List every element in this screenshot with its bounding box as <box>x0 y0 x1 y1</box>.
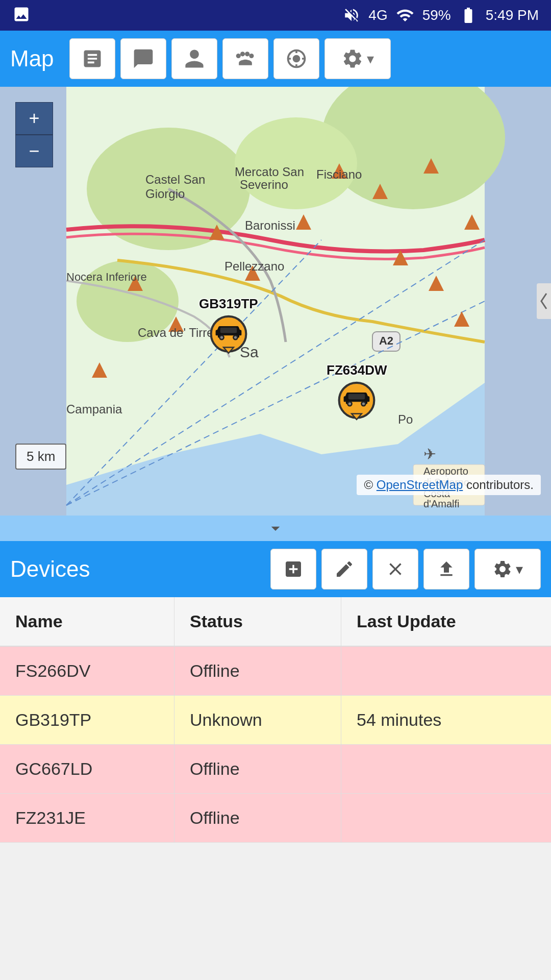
svg-point-4 <box>235 117 357 209</box>
table-row[interactable]: FS266DV Offline <box>0 646 551 696</box>
network-type: 4G <box>368 7 387 23</box>
upload-icon <box>436 559 457 579</box>
vehicle-marker-gb319tp <box>206 314 252 360</box>
cell-name: FZ231JE <box>0 794 174 843</box>
sidebar-collapse-button[interactable] <box>537 283 551 319</box>
svg-text:d'Amalfi: d'Amalfi <box>423 498 460 509</box>
target-button[interactable] <box>273 38 319 79</box>
devices-chevron-icon: ▾ <box>516 561 523 578</box>
collapse-handle[interactable] <box>0 516 551 541</box>
edit-device-button[interactable] <box>321 549 367 590</box>
marker-GB319TP[interactable]: GB319TP <box>199 296 258 360</box>
cell-last-update <box>341 646 552 696</box>
marker-label-gb319tp: GB319TP <box>199 296 258 312</box>
devices-table: Name Status Last Update FS266DV Offline … <box>0 597 551 843</box>
settings-icon <box>341 47 364 70</box>
delete-device-button[interactable] <box>372 549 418 590</box>
chevron-down-icon <box>265 518 286 538</box>
header-title: Map <box>10 46 54 71</box>
zoom-in-button[interactable]: + <box>15 102 53 135</box>
chat-button[interactable] <box>120 38 166 79</box>
notes-icon <box>81 47 104 70</box>
target-icon <box>285 47 308 70</box>
col-last-update: Last Update <box>341 597 552 646</box>
svg-point-52 <box>348 402 351 405</box>
svg-text:Nocera Inferiore: Nocera Inferiore <box>66 271 147 283</box>
battery-icon <box>459 6 478 24</box>
svg-text:Pellezzano: Pellezzano <box>224 259 284 273</box>
app-header: Map ▾ <box>0 31 551 87</box>
zoom-out-button[interactable]: − <box>15 135 53 167</box>
status-bar: 4G 59% 5:49 PM <box>0 0 551 31</box>
svg-text:Fisciano: Fisciano <box>316 167 362 181</box>
upload-button[interactable] <box>423 549 469 590</box>
devices-panel: Devices ▾ <box>0 541 551 843</box>
table-row[interactable]: FZ231JE Offline <box>0 794 551 843</box>
zoom-controls: + − <box>15 102 53 167</box>
delete-icon <box>385 559 406 579</box>
chat-icon <box>132 47 155 70</box>
osm-link[interactable]: OpenStreetMap <box>377 478 463 492</box>
image-icon <box>12 5 31 23</box>
devices-settings-icon <box>492 559 513 579</box>
map-container[interactable]: A2 Castel San Giorgio Mercato San Severi… <box>0 87 551 516</box>
svg-text:Castel San: Castel San <box>145 173 205 186</box>
svg-rect-50 <box>348 394 365 400</box>
svg-text:✈: ✈ <box>423 446 436 462</box>
cell-last-update <box>341 745 552 794</box>
marker-FZ634DW[interactable]: FZ634DW <box>327 362 387 426</box>
cell-name: GC667LD <box>0 745 174 794</box>
signal-icon <box>396 6 414 24</box>
svg-text:Campania: Campania <box>66 402 122 416</box>
svg-text:Mercato San: Mercato San <box>235 165 304 179</box>
cell-name: GB319TP <box>0 696 174 745</box>
cell-status: Offline <box>174 745 341 794</box>
marker-label-fz634dw: FZ634DW <box>327 362 387 378</box>
chevron-left-icon <box>539 291 549 311</box>
cell-name: FS266DV <box>0 646 174 696</box>
add-device-button[interactable] <box>270 549 316 590</box>
svg-text:Severino: Severino <box>240 178 288 191</box>
cell-last-update: 54 minutes <box>341 696 552 745</box>
settings-button[interactable]: ▾ <box>324 38 391 79</box>
scale-bar: 5 km <box>15 444 66 470</box>
cell-status: Offline <box>174 794 341 843</box>
svg-point-47 <box>234 336 237 338</box>
person-button[interactable] <box>171 38 217 79</box>
pets-icon <box>234 47 257 70</box>
person-icon <box>183 47 206 70</box>
map-svg: A2 Castel San Giorgio Mercato San Severi… <box>0 87 551 516</box>
svg-point-54 <box>362 402 365 405</box>
col-name: Name <box>0 597 174 646</box>
add-icon <box>283 559 304 579</box>
notes-button[interactable] <box>69 38 115 79</box>
svg-point-45 <box>220 336 223 338</box>
pets-button[interactable] <box>222 38 268 79</box>
svg-text:Baronissi: Baronissi <box>245 218 295 232</box>
devices-header: Devices ▾ <box>0 541 551 597</box>
col-status: Status <box>174 597 341 646</box>
table-row[interactable]: GC667LD Offline <box>0 745 551 794</box>
vehicle-marker-fz634dw <box>334 380 380 426</box>
svg-text:A2: A2 <box>379 334 393 347</box>
clock: 5:49 PM <box>486 7 539 23</box>
cell-status: Offline <box>174 646 341 696</box>
cell-status: Unknown <box>174 696 341 745</box>
battery-percent: 59% <box>422 7 451 23</box>
edit-icon <box>334 559 355 579</box>
map-attribution: © OpenStreetMap contributors. <box>357 475 541 495</box>
svg-rect-43 <box>220 328 237 333</box>
svg-text:Giorgio: Giorgio <box>145 187 185 201</box>
devices-settings-button[interactable]: ▾ <box>474 549 541 590</box>
mute-icon <box>343 7 360 24</box>
settings-chevron-icon: ▾ <box>367 51 374 67</box>
table-header-row: Name Status Last Update <box>0 597 551 646</box>
cell-last-update <box>341 794 552 843</box>
svg-text:Po: Po <box>398 412 413 426</box>
devices-title: Devices <box>10 556 265 582</box>
table-row[interactable]: GB319TP Unknown 54 minutes <box>0 696 551 745</box>
